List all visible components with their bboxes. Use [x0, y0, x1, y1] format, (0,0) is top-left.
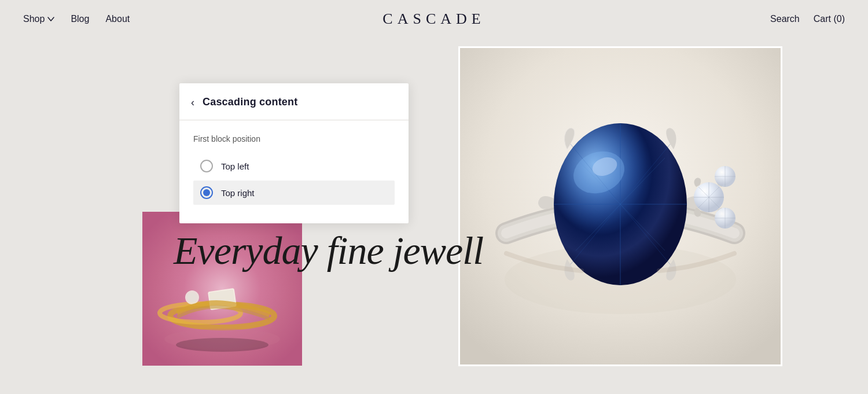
svg-point-8 [176, 338, 269, 352]
panel-title: Cascading content [203, 96, 297, 108]
radio-label-top-left: Top left [221, 161, 249, 171]
radio-option-top-left[interactable]: Top left [193, 154, 395, 178]
hero-text: Everyday fine jewell [174, 228, 483, 274]
main-content: Everyday fine jewell ‹ Cascading content… [0, 38, 868, 394]
right-image-frame [458, 46, 782, 366]
cascading-content-panel: ‹ Cascading content First block position… [179, 83, 409, 223]
radio-option-top-right[interactable]: Top right [193, 181, 395, 205]
hero-text-content: Everyday fine jewell [174, 229, 483, 273]
radio-circle-top-right [200, 186, 213, 199]
shop-label: Shop [23, 14, 45, 24]
radio-label-top-right: Top right [221, 188, 255, 198]
radio-inner-top-right [203, 189, 210, 196]
right-image-svg [460, 48, 781, 364]
about-nav-item[interactable]: About [105, 14, 130, 24]
brand-title: CASCADE [382, 10, 485, 27]
panel-back-button[interactable]: ‹ [191, 97, 194, 108]
svg-point-6 [187, 292, 197, 303]
panel-header: ‹ Cascading content [179, 83, 409, 120]
panel-section-label: First block position [193, 134, 395, 143]
chevron-down-icon [47, 16, 54, 23]
brand-logo[interactable]: CASCADE [382, 10, 485, 28]
panel-body: First block position Top left Top right [179, 120, 409, 223]
nav-left: Shop Blog About [23, 14, 130, 24]
site-header: Shop Blog About CASCADE Search Cart (0) [0, 0, 868, 38]
blog-nav-item[interactable]: Blog [71, 14, 89, 24]
nav-right: Search Cart (0) [770, 14, 845, 24]
radio-circle-top-left [200, 160, 213, 172]
search-button[interactable]: Search [770, 14, 800, 24]
shop-nav-item[interactable]: Shop [23, 14, 54, 24]
cart-button[interactable]: Cart (0) [814, 14, 845, 24]
